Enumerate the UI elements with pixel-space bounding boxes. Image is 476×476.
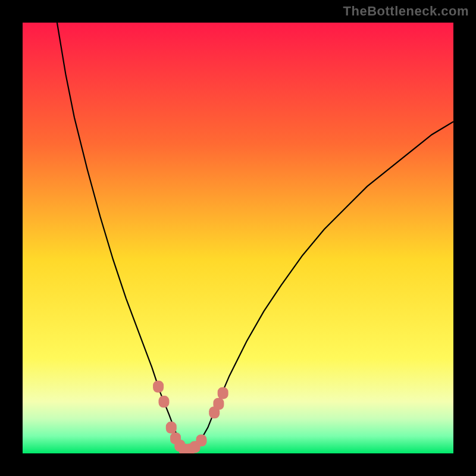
- curve-marker: [218, 387, 228, 399]
- gradient-background: [23, 23, 453, 453]
- curve-marker: [196, 434, 206, 446]
- curve-marker: [158, 396, 169, 408]
- chart-svg: [23, 23, 453, 453]
- curve-marker: [166, 422, 177, 434]
- chart-frame: TheBottleneck.com: [0, 0, 476, 476]
- plot-area: [23, 23, 453, 453]
- curve-marker: [213, 398, 224, 410]
- watermark-text: TheBottleneck.com: [343, 4, 469, 19]
- curve-marker: [153, 381, 164, 393]
